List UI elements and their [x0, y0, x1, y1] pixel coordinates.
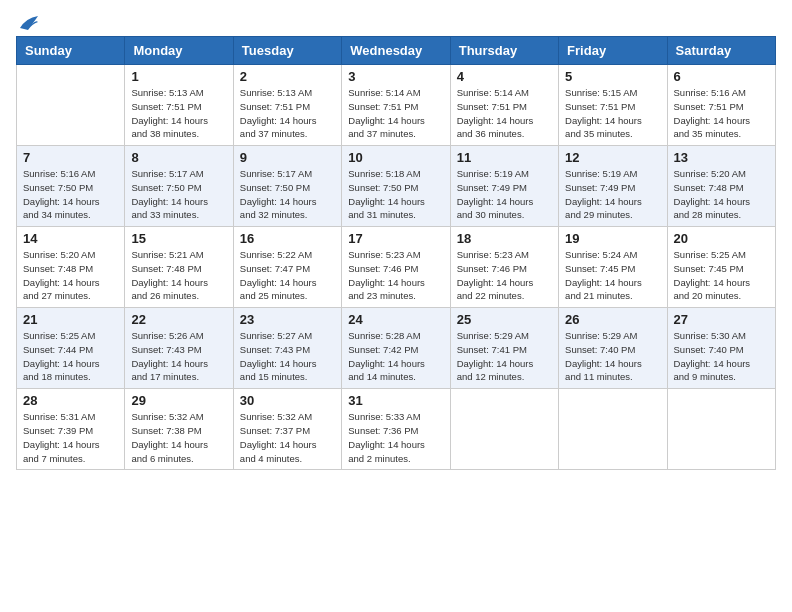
calendar-week-row: 28Sunrise: 5:31 AMSunset: 7:39 PMDayligh…	[17, 389, 776, 470]
day-info: Sunrise: 5:22 AMSunset: 7:47 PMDaylight:…	[240, 248, 335, 303]
calendar-cell: 15Sunrise: 5:21 AMSunset: 7:48 PMDayligh…	[125, 227, 233, 308]
day-number: 25	[457, 312, 552, 327]
calendar-cell: 21Sunrise: 5:25 AMSunset: 7:44 PMDayligh…	[17, 308, 125, 389]
day-info: Sunrise: 5:16 AMSunset: 7:51 PMDaylight:…	[674, 86, 769, 141]
weekday-header-friday: Friday	[559, 37, 667, 65]
day-number: 21	[23, 312, 118, 327]
day-info: Sunrise: 5:14 AMSunset: 7:51 PMDaylight:…	[457, 86, 552, 141]
day-number: 22	[131, 312, 226, 327]
calendar-cell: 19Sunrise: 5:24 AMSunset: 7:45 PMDayligh…	[559, 227, 667, 308]
calendar-cell: 22Sunrise: 5:26 AMSunset: 7:43 PMDayligh…	[125, 308, 233, 389]
logo	[16, 14, 40, 32]
day-number: 3	[348, 69, 443, 84]
day-info: Sunrise: 5:23 AMSunset: 7:46 PMDaylight:…	[348, 248, 443, 303]
weekday-header-sunday: Sunday	[17, 37, 125, 65]
calendar-cell: 17Sunrise: 5:23 AMSunset: 7:46 PMDayligh…	[342, 227, 450, 308]
calendar-cell: 25Sunrise: 5:29 AMSunset: 7:41 PMDayligh…	[450, 308, 558, 389]
day-info: Sunrise: 5:19 AMSunset: 7:49 PMDaylight:…	[565, 167, 660, 222]
day-number: 14	[23, 231, 118, 246]
day-info: Sunrise: 5:15 AMSunset: 7:51 PMDaylight:…	[565, 86, 660, 141]
day-info: Sunrise: 5:27 AMSunset: 7:43 PMDaylight:…	[240, 329, 335, 384]
day-number: 7	[23, 150, 118, 165]
day-number: 31	[348, 393, 443, 408]
page: SundayMondayTuesdayWednesdayThursdayFrid…	[0, 0, 792, 486]
calendar-cell	[17, 65, 125, 146]
day-number: 9	[240, 150, 335, 165]
day-number: 12	[565, 150, 660, 165]
day-info: Sunrise: 5:17 AMSunset: 7:50 PMDaylight:…	[240, 167, 335, 222]
calendar-cell: 29Sunrise: 5:32 AMSunset: 7:38 PMDayligh…	[125, 389, 233, 470]
calendar-cell: 20Sunrise: 5:25 AMSunset: 7:45 PMDayligh…	[667, 227, 775, 308]
day-info: Sunrise: 5:23 AMSunset: 7:46 PMDaylight:…	[457, 248, 552, 303]
calendar-week-row: 7Sunrise: 5:16 AMSunset: 7:50 PMDaylight…	[17, 146, 776, 227]
day-number: 2	[240, 69, 335, 84]
day-info: Sunrise: 5:20 AMSunset: 7:48 PMDaylight:…	[23, 248, 118, 303]
weekday-header-row: SundayMondayTuesdayWednesdayThursdayFrid…	[17, 37, 776, 65]
calendar-cell: 30Sunrise: 5:32 AMSunset: 7:37 PMDayligh…	[233, 389, 341, 470]
calendar-cell: 14Sunrise: 5:20 AMSunset: 7:48 PMDayligh…	[17, 227, 125, 308]
day-info: Sunrise: 5:17 AMSunset: 7:50 PMDaylight:…	[131, 167, 226, 222]
day-info: Sunrise: 5:13 AMSunset: 7:51 PMDaylight:…	[131, 86, 226, 141]
calendar-cell: 5Sunrise: 5:15 AMSunset: 7:51 PMDaylight…	[559, 65, 667, 146]
day-number: 13	[674, 150, 769, 165]
day-number: 1	[131, 69, 226, 84]
day-number: 6	[674, 69, 769, 84]
day-number: 26	[565, 312, 660, 327]
header	[16, 10, 776, 32]
calendar-cell: 8Sunrise: 5:17 AMSunset: 7:50 PMDaylight…	[125, 146, 233, 227]
calendar-week-row: 1Sunrise: 5:13 AMSunset: 7:51 PMDaylight…	[17, 65, 776, 146]
day-info: Sunrise: 5:16 AMSunset: 7:50 PMDaylight:…	[23, 167, 118, 222]
day-info: Sunrise: 5:18 AMSunset: 7:50 PMDaylight:…	[348, 167, 443, 222]
weekday-header-wednesday: Wednesday	[342, 37, 450, 65]
calendar-cell	[667, 389, 775, 470]
day-number: 20	[674, 231, 769, 246]
day-info: Sunrise: 5:25 AMSunset: 7:44 PMDaylight:…	[23, 329, 118, 384]
calendar-cell: 7Sunrise: 5:16 AMSunset: 7:50 PMDaylight…	[17, 146, 125, 227]
calendar-cell: 2Sunrise: 5:13 AMSunset: 7:51 PMDaylight…	[233, 65, 341, 146]
day-info: Sunrise: 5:25 AMSunset: 7:45 PMDaylight:…	[674, 248, 769, 303]
day-number: 18	[457, 231, 552, 246]
calendar-week-row: 21Sunrise: 5:25 AMSunset: 7:44 PMDayligh…	[17, 308, 776, 389]
day-number: 4	[457, 69, 552, 84]
weekday-header-thursday: Thursday	[450, 37, 558, 65]
day-number: 29	[131, 393, 226, 408]
calendar-cell: 1Sunrise: 5:13 AMSunset: 7:51 PMDaylight…	[125, 65, 233, 146]
calendar-cell: 4Sunrise: 5:14 AMSunset: 7:51 PMDaylight…	[450, 65, 558, 146]
day-number: 28	[23, 393, 118, 408]
calendar-cell: 26Sunrise: 5:29 AMSunset: 7:40 PMDayligh…	[559, 308, 667, 389]
calendar-cell: 24Sunrise: 5:28 AMSunset: 7:42 PMDayligh…	[342, 308, 450, 389]
day-info: Sunrise: 5:20 AMSunset: 7:48 PMDaylight:…	[674, 167, 769, 222]
calendar-cell: 3Sunrise: 5:14 AMSunset: 7:51 PMDaylight…	[342, 65, 450, 146]
calendar-cell: 28Sunrise: 5:31 AMSunset: 7:39 PMDayligh…	[17, 389, 125, 470]
day-info: Sunrise: 5:32 AMSunset: 7:37 PMDaylight:…	[240, 410, 335, 465]
day-info: Sunrise: 5:14 AMSunset: 7:51 PMDaylight:…	[348, 86, 443, 141]
day-info: Sunrise: 5:29 AMSunset: 7:41 PMDaylight:…	[457, 329, 552, 384]
day-info: Sunrise: 5:28 AMSunset: 7:42 PMDaylight:…	[348, 329, 443, 384]
day-number: 19	[565, 231, 660, 246]
calendar-cell: 27Sunrise: 5:30 AMSunset: 7:40 PMDayligh…	[667, 308, 775, 389]
day-info: Sunrise: 5:21 AMSunset: 7:48 PMDaylight:…	[131, 248, 226, 303]
calendar-cell: 18Sunrise: 5:23 AMSunset: 7:46 PMDayligh…	[450, 227, 558, 308]
day-number: 8	[131, 150, 226, 165]
day-number: 30	[240, 393, 335, 408]
calendar-cell: 11Sunrise: 5:19 AMSunset: 7:49 PMDayligh…	[450, 146, 558, 227]
calendar-cell: 23Sunrise: 5:27 AMSunset: 7:43 PMDayligh…	[233, 308, 341, 389]
day-info: Sunrise: 5:19 AMSunset: 7:49 PMDaylight:…	[457, 167, 552, 222]
calendar-cell: 10Sunrise: 5:18 AMSunset: 7:50 PMDayligh…	[342, 146, 450, 227]
day-info: Sunrise: 5:33 AMSunset: 7:36 PMDaylight:…	[348, 410, 443, 465]
logo-bird-icon	[18, 14, 40, 32]
weekday-header-saturday: Saturday	[667, 37, 775, 65]
day-info: Sunrise: 5:13 AMSunset: 7:51 PMDaylight:…	[240, 86, 335, 141]
day-info: Sunrise: 5:32 AMSunset: 7:38 PMDaylight:…	[131, 410, 226, 465]
calendar-cell: 12Sunrise: 5:19 AMSunset: 7:49 PMDayligh…	[559, 146, 667, 227]
day-info: Sunrise: 5:31 AMSunset: 7:39 PMDaylight:…	[23, 410, 118, 465]
day-number: 15	[131, 231, 226, 246]
day-number: 24	[348, 312, 443, 327]
calendar-table: SundayMondayTuesdayWednesdayThursdayFrid…	[16, 36, 776, 470]
day-info: Sunrise: 5:29 AMSunset: 7:40 PMDaylight:…	[565, 329, 660, 384]
calendar-cell	[559, 389, 667, 470]
day-number: 27	[674, 312, 769, 327]
day-info: Sunrise: 5:30 AMSunset: 7:40 PMDaylight:…	[674, 329, 769, 384]
calendar-cell: 6Sunrise: 5:16 AMSunset: 7:51 PMDaylight…	[667, 65, 775, 146]
day-number: 23	[240, 312, 335, 327]
